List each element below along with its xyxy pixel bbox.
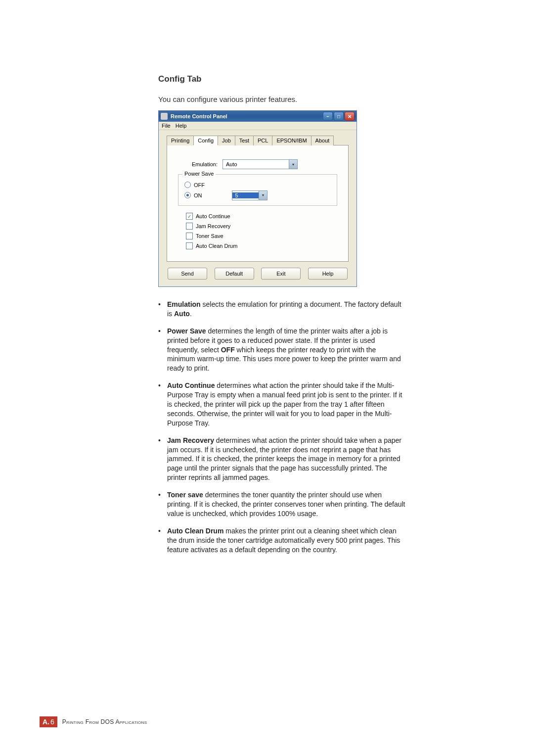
default-button[interactable]: Default: [215, 268, 254, 280]
menu-help[interactable]: Help: [176, 123, 187, 129]
toner-save-checkbox[interactable]: Toner Save: [186, 233, 337, 239]
emulation-value: Auto: [223, 161, 289, 167]
exit-button[interactable]: Exit: [261, 268, 301, 280]
checkbox-unchecked-icon: [186, 242, 193, 249]
list-item: Toner save determines the toner quantity…: [158, 490, 405, 519]
bullet-text: .: [190, 310, 192, 318]
chevron-down-icon: ▾: [289, 160, 297, 169]
power-save-on-label: ON: [194, 192, 202, 198]
emulation-label: Emulation:: [192, 161, 218, 167]
config-panel: Emulation: Auto ▾ Power Save OFF ON: [167, 145, 349, 262]
checkbox-unchecked-icon: [186, 223, 193, 230]
window-title: Remote Control Panel: [171, 113, 227, 119]
titlebar: Remote Control Panel – □ ✕: [159, 111, 356, 122]
intro-text: You can configure various printer featur…: [158, 95, 460, 103]
list-item: Power Save determines the length of time…: [158, 327, 405, 373]
send-button[interactable]: Send: [168, 268, 207, 280]
list-item: Auto Clean Drum makes the printer print …: [158, 526, 405, 555]
bullet-term: Jam Recovery: [167, 436, 214, 444]
power-save-time-select[interactable]: 5 ▾: [232, 190, 267, 200]
auto-clean-drum-label: Auto Clean Drum: [196, 243, 237, 249]
power-save-off-label: OFF: [194, 182, 205, 188]
remote-control-panel-window: Remote Control Panel – □ ✕ File Help Pri…: [158, 110, 357, 287]
footer-text: Printing From DOS Applications: [62, 718, 147, 725]
tab-test[interactable]: Test: [235, 136, 254, 145]
page-footer: A.6 Printing From DOS Applications: [40, 716, 147, 727]
tab-job[interactable]: Job: [218, 136, 235, 145]
radio-off-icon: [184, 182, 191, 188]
minimize-button[interactable]: –: [323, 112, 333, 121]
power-save-time-value: 5: [232, 192, 259, 198]
help-button[interactable]: Help: [308, 268, 348, 280]
jam-recovery-checkbox[interactable]: Jam Recovery: [186, 223, 337, 230]
bullet-term: Toner save: [167, 491, 203, 499]
list-item: Emulation selects the emulation for prin…: [158, 300, 405, 319]
badge-number: 6: [50, 718, 54, 726]
app-icon: [161, 113, 168, 120]
bullet-bold: OFF: [221, 346, 235, 354]
page-number-badge: A.6: [40, 716, 57, 727]
power-save-group: Power Save OFF ON 5 ▾: [178, 174, 337, 206]
tab-printing[interactable]: Printing: [167, 136, 194, 145]
tab-epsonibm[interactable]: EPSON/IBM: [272, 136, 311, 145]
maximize-button[interactable]: □: [334, 112, 344, 121]
description-list: Emulation selects the emulation for prin…: [158, 300, 405, 554]
checkbox-unchecked-icon: [186, 233, 193, 239]
bullet-text: determines the toner quantity the printe…: [167, 491, 405, 518]
auto-continue-label: Auto Continue: [196, 213, 230, 219]
list-item: Jam Recovery determines what action the …: [158, 436, 405, 482]
tab-about[interactable]: About: [311, 136, 334, 145]
power-save-on-radio[interactable]: ON: [184, 192, 202, 198]
radio-on-icon: [184, 192, 191, 198]
bullet-term: Emulation: [167, 300, 201, 308]
bullet-term: Power Save: [167, 327, 206, 335]
tab-pcl[interactable]: PCL: [253, 136, 272, 145]
chevron-down-icon: ▾: [259, 191, 267, 200]
badge-letter: A.: [43, 718, 49, 726]
bullet-term: Auto Clean Drum: [167, 527, 223, 535]
checkbox-checked-icon: ✓: [186, 213, 193, 220]
power-save-off-radio[interactable]: OFF: [184, 182, 331, 188]
tab-config[interactable]: Config: [193, 136, 218, 145]
close-button[interactable]: ✕: [345, 112, 355, 121]
tabstrip: Printing Config Job Test PCL EPSON/IBM A…: [167, 135, 349, 145]
auto-clean-drum-checkbox[interactable]: Auto Clean Drum: [186, 242, 337, 249]
bullet-text: selects the emulation for printing a doc…: [167, 300, 401, 318]
auto-continue-checkbox[interactable]: ✓ Auto Continue: [186, 213, 337, 220]
toner-save-label: Toner Save: [196, 233, 223, 239]
bullet-term: Auto Continue: [167, 381, 215, 389]
power-save-legend: Power Save: [182, 171, 216, 177]
menu-file[interactable]: File: [162, 123, 171, 129]
jam-recovery-label: Jam Recovery: [196, 223, 230, 229]
section-heading: Config Tab: [158, 74, 460, 84]
button-row: Send Default Exit Help: [159, 268, 356, 286]
menubar: File Help: [159, 122, 356, 130]
emulation-select[interactable]: Auto ▾: [222, 159, 298, 169]
bullet-bold: Auto: [174, 310, 190, 318]
list-item: Auto Continue determines what action the…: [158, 381, 405, 427]
